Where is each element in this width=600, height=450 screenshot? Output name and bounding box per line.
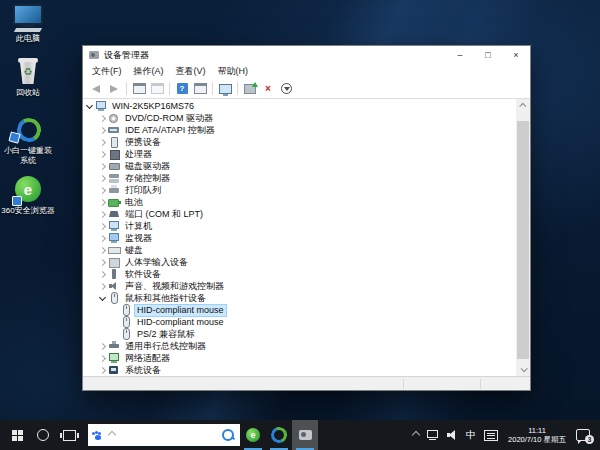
device-manager-window[interactable]: 设备管理器 – □ × 文件(F)操作(A)查看(V)帮助(H) ?× WIN-… [82,45,531,391]
chevron-right-icon[interactable] [98,126,107,135]
taskbar-app-360-browser[interactable]: e [240,420,266,450]
menu-item-action[interactable]: 操作(A) [128,65,170,78]
chevron-right-icon[interactable] [98,162,107,171]
scrollbar-thumb[interactable] [517,121,529,359]
tree-item[interactable]: 系统设备 [83,364,516,376]
tree-item[interactable]: 便携设备 [83,136,516,148]
storage-controller-icon [108,172,121,184]
baidu-search-icon[interactable] [222,429,234,441]
desktop-icon-recycle-bin[interactable]: ♻回收站 [0,58,56,98]
tree-item-label: 端口 (COM 和 LPT) [123,209,205,220]
desktop-icon-360-browser[interactable]: e360安全浏览器 [0,176,56,216]
tree-item[interactable]: DVD/CD-ROM 驱动器 [83,112,516,124]
chevron-right-icon[interactable] [98,210,107,219]
taskbar-app-xiaobai-reinstall[interactable] [266,420,292,450]
chevron-down-icon [520,365,527,372]
tree-item[interactable]: 监视器 [83,232,516,244]
touch-keyboard-button[interactable] [480,420,502,450]
tree-item[interactable]: HID-compliant mouse [83,304,516,316]
task-view-button[interactable] [56,420,82,450]
back-arrow-icon[interactable] [88,81,104,96]
menu-item-file[interactable]: 文件(F) [86,65,128,78]
tree-item-label: 存储控制器 [123,173,172,184]
tree-item[interactable]: HID-compliant mouse [83,316,516,328]
chevron-right-icon[interactable] [98,222,107,231]
chevron-right-icon[interactable] [98,234,107,243]
tree-item[interactable]: 鼠标和其他指针设备 [83,292,516,304]
uninstall-device-icon[interactable]: × [260,81,276,96]
tree-item[interactable]: 键盘 [83,244,516,256]
chevron-right-icon[interactable] [98,270,107,279]
menu-item-view[interactable]: 查看(V) [170,65,212,78]
desktop-icon-this-pc[interactable]: 此电脑 [0,4,56,44]
cortana-button[interactable] [30,420,56,450]
chevron-right-icon[interactable] [98,282,107,291]
tree-item-label: PS/2 兼容鼠标 [135,329,197,340]
chevron-right-icon[interactable] [98,258,107,267]
show-hidden-icons-button[interactable] [409,420,423,450]
tree-item[interactable]: 网络适配器 [83,352,516,364]
tree-item[interactable]: 端口 (COM 和 LPT) [83,208,516,220]
tree-item[interactable]: 软件设备 [83,268,516,280]
chevron-right-icon[interactable] [98,354,107,363]
volume-tray-button[interactable] [443,420,462,450]
mouse-icon [108,292,121,304]
scroll-up-button[interactable] [516,99,530,112]
tree-item[interactable]: 电池 [83,196,516,208]
360-browser-icon: e [11,176,45,204]
tree-item[interactable]: 磁盘驱动器 [83,160,516,172]
tree-item[interactable]: 处理器 [83,148,516,160]
tree-item[interactable]: 计算机 [83,220,516,232]
taskbar-app-device-manager[interactable] [292,420,318,450]
tree-item[interactable]: 存储控制器 [83,172,516,184]
computer-icon [108,220,121,232]
chevron-right-icon[interactable] [98,186,107,195]
clock-time: 11:11 [508,426,566,435]
chevron-right-icon[interactable] [98,150,107,159]
help-icon[interactable]: ? [174,81,190,96]
desktop-icon-xiaobai-reinstall[interactable]: 小白一键重装系统 [0,116,56,166]
properties-window-icon[interactable] [192,81,208,96]
chevron-down-icon[interactable] [98,294,107,303]
window-panel-icon[interactable] [149,81,165,96]
close-button[interactable]: × [502,46,530,64]
forward-arrow-icon[interactable] [106,81,122,96]
computer-monitor-icon[interactable] [217,81,233,96]
ime-indicator[interactable]: 中 [462,420,480,450]
tree-item-label: 键盘 [123,245,145,256]
chevron-up-icon[interactable] [108,431,116,439]
tree-item[interactable]: 人体学输入设备 [83,256,516,268]
network-tray-button[interactable] [423,420,443,450]
cortana-circle-icon [37,429,49,441]
tree-item[interactable]: 打印队列 [83,184,516,196]
chevron-right-icon[interactable] [98,138,107,147]
start-button[interactable] [4,420,30,450]
title-bar[interactable]: 设备管理器 – □ × [83,46,530,64]
tree-item[interactable]: IDE ATA/ATAPI 控制器 [83,124,516,136]
vertical-scrollbar[interactable] [516,99,530,376]
ide-controller-icon [108,124,121,136]
tree-item[interactable]: PS/2 兼容鼠标 [83,328,516,340]
tree-item[interactable]: 通用串行总线控制器 [83,340,516,352]
menu-item-help[interactable]: 帮助(H) [212,65,255,78]
chevron-down-icon[interactable] [85,102,94,111]
taskbar-clock[interactable]: 11:11 2020/7/10 星期五 [502,426,572,444]
chevron-right-icon[interactable] [98,174,107,183]
minimize-button[interactable]: – [446,46,474,64]
chevron-right-icon[interactable] [98,114,107,123]
taskbar-search-box[interactable] [88,424,240,446]
maximize-button[interactable]: □ [474,46,502,64]
chevron-right-icon[interactable] [98,246,107,255]
console-tree-window-icon[interactable] [131,81,147,96]
chevron-right-icon[interactable] [98,342,107,351]
desktop: 此电脑♻回收站小白一键重装系统e360安全浏览器 设备管理器 – □ × 文件(… [0,0,600,450]
network-icon [427,430,439,441]
scan-hardware-changes-icon[interactable] [278,81,294,96]
action-center-button[interactable]: 3 [572,420,600,450]
tree-item[interactable]: 声音、视频和游戏控制器 [83,280,516,292]
scroll-down-button[interactable] [516,363,530,376]
tree-item[interactable]: WIN-2K5KP16MS76 [83,100,516,112]
chevron-right-icon[interactable] [98,198,107,207]
chevron-right-icon[interactable] [98,366,107,375]
update-driver-icon[interactable] [242,81,258,96]
